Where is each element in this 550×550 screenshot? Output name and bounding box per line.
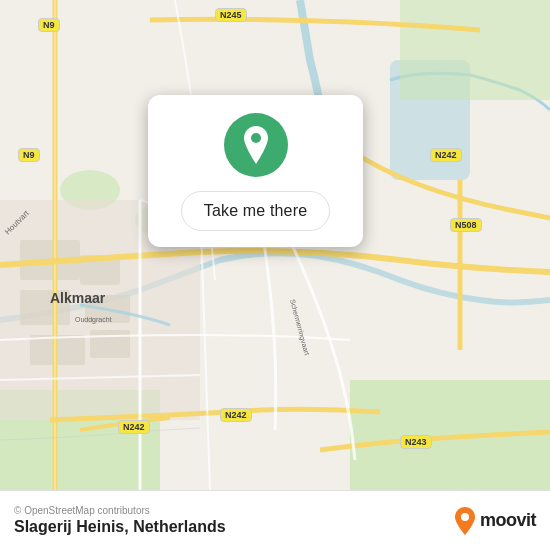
moovit-brand-text: moovit [480,510,536,531]
road-badge-n508: N508 [450,218,482,232]
road-badge-n9-left: N9 [18,148,40,162]
road-badge-n242-bottom: N242 [118,420,150,434]
take-me-there-button[interactable]: Take me there [181,191,330,231]
moovit-pin-icon [454,507,476,535]
road-badge-n245-top: N245 [215,8,247,22]
moovit-logo: moovit [454,507,536,535]
bottom-bar: © OpenStreetMap contributors Slagerij He… [0,490,550,550]
svg-text:Ouddgracht: Ouddgracht [75,316,112,324]
city-label: Alkmaar [50,290,105,306]
road-badge-n242-right: N242 [430,148,462,162]
road-badge-n245-bottom: N242 [220,408,252,422]
map-container: Houtvart Huiswaard Schermerringvaart Oud… [0,0,550,490]
svg-point-19 [461,513,469,521]
road-badge-n243: N243 [400,435,432,449]
svg-rect-4 [400,0,550,100]
bottom-bar-left: © OpenStreetMap contributors Slagerij He… [14,505,226,536]
popup-pin-circle [224,113,288,177]
popup-card: Take me there [148,95,363,247]
svg-point-18 [251,133,261,143]
place-name: Slagerij Heinis, Netherlands [14,518,226,536]
map-pin-icon [240,126,272,164]
attribution-text: © OpenStreetMap contributors [14,505,226,516]
road-badge-n9-top: N9 [38,18,60,32]
svg-rect-13 [90,330,130,358]
